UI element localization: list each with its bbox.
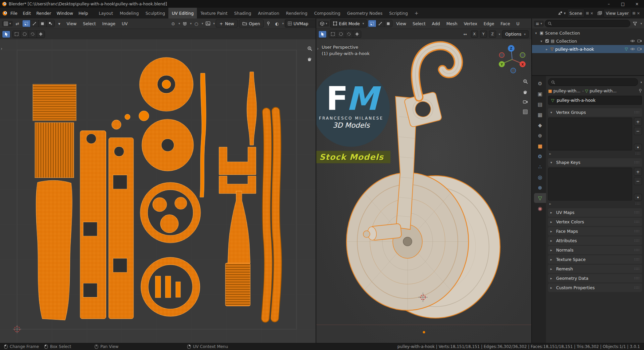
minimize-button[interactable]: – [602,0,616,8]
viewport-menu-mesh[interactable]: Mesh [444,20,460,27]
workspace-tab-uv-editing[interactable]: UV Editing [168,8,197,18]
add-vertex-group-button[interactable]: + [634,118,642,126]
select-mode-edge-button[interactable] [376,20,384,27]
open-image-button[interactable]: Open [239,19,264,28]
vertex-group-specials-button[interactable]: ▾ [634,144,642,150]
uv-canvas[interactable]: › [0,39,316,343]
viewport-select-box-button[interactable] [329,31,337,38]
uv-menu-view[interactable]: View [64,20,79,27]
viewport-canvas[interactable]: Z X Y User Perspective (1) pulley-with-a… [316,39,531,343]
camera-icon[interactable] [637,47,642,51]
eye-icon[interactable] [630,39,635,43]
panel-grip-icon[interactable]: ∷∷ [634,210,640,215]
viewport-cursor-tool-button[interactable] [353,31,361,38]
eye-icon[interactable] [630,47,635,51]
view-layer-selector[interactable]: View Layer [603,9,631,17]
mesh-name-field[interactable]: ▽ pulley-with-a-hook [548,96,642,105]
viewport-menu-view[interactable]: View [393,20,409,27]
camera-icon[interactable] [637,39,642,43]
workspace-tab-texture-paint[interactable]: Texture Paint [197,8,231,18]
workspace-tab-animation[interactable]: Animation [255,8,283,18]
mirror-icon[interactable]: ↔ [462,31,469,38]
workspace-tab-geometry-nodes[interactable]: Geometry Nodes [344,8,386,18]
panel-face-maps[interactable]: ▸ Face Maps ∷∷ [548,227,642,235]
display-channels-icon[interactable]: ◐ [273,20,280,27]
outliner-row-scene-collection[interactable]: ▾ ▣ Scene Collection [532,29,644,37]
viewport-menu-vertex[interactable]: Vertex [461,20,480,27]
panel-grip-icon[interactable]: ∷∷ [634,257,640,262]
menu-file[interactable]: File [8,9,20,17]
panel-grip-icon[interactable]: ∷∷ [634,248,640,252]
pin-icon[interactable] [265,20,272,27]
viewport-camera-icon[interactable] [523,100,528,104]
workspace-tab-scripting[interactable]: Scripting [386,8,411,18]
viewport-menu-uv[interactable]: U [514,20,522,27]
menu-window[interactable]: Window [54,9,76,17]
uv-map-selector[interactable]: UVMap [285,19,316,28]
select-mode-face-button[interactable] [384,20,392,27]
panel-grip-icon[interactable]: ∷∷ [634,267,640,271]
scene-browse-caret-icon[interactable]: ▾ [564,11,566,15]
uv-sync-selection-icon[interactable]: ⇄ [14,20,21,27]
uv-select-island-button[interactable] [47,20,54,27]
properties-tab-tool[interactable]: ⚙ [534,79,546,88]
panel-attributes[interactable]: ▸ Attributes ∷∷ [548,236,642,245]
menu-help[interactable]: Help [76,9,91,17]
properties-filter-caret-icon[interactable]: ▾ [640,81,642,84]
viewport-zoom-icon[interactable] [523,79,528,84]
uv-select-face-button[interactable] [39,20,47,27]
properties-tab-material[interactable]: ◉ [534,204,546,213]
remove-vertex-group-button[interactable]: − [634,127,642,135]
add-shape-key-button[interactable]: + [634,168,642,176]
panel-grip-icon[interactable]: ∷∷ [634,286,640,290]
uv-pivot-icon[interactable]: ⊙ [169,20,177,27]
properties-tab-render[interactable]: ▣ [534,89,546,99]
uv-select-circle-button[interactable] [21,31,29,38]
panel-vertex-colors[interactable]: ▸ Vertex Colors ∷∷ [548,218,642,226]
outliner-filter-icon[interactable] [631,20,639,27]
disclosure-icon[interactable]: ▾ [539,39,543,43]
disclosure-icon[interactable]: ▾ [534,31,538,35]
new-scene-icon[interactable]: ⊞ [586,11,589,15]
options-dropdown[interactable]: Options ▾ [502,30,529,38]
viewport-tweak-tool-button[interactable] [319,31,326,38]
select-mode-vertex-button[interactable] [368,20,376,27]
properties-tab-physics[interactable]: ◎ [534,172,546,182]
scene-selector[interactable]: Scene [567,9,585,17]
menu-render[interactable]: Render [34,9,54,17]
vertex-groups-list[interactable] [548,118,632,150]
uv-cursor-tool-button[interactable] [37,31,45,38]
properties-tab-object-data[interactable]: ▽ [534,193,546,203]
uv-menu-uv[interactable]: UV [119,20,130,27]
panel-grip-icon[interactable]: ∷∷ [634,276,640,280]
outliner-row-collection[interactable]: ▾ ▤ Collection [532,37,644,45]
uv-select-edge-button[interactable] [31,20,39,27]
blender-menu-icon[interactable] [2,10,8,16]
properties-tab-view-layer[interactable]: ▦ [534,110,546,120]
snap-magnet-icon[interactable] [181,20,189,27]
uv-sticky-mode-caret-icon[interactable]: ▾ [56,20,63,27]
viewport-toolbar-expand-icon[interactable]: › [317,46,319,51]
maximize-button[interactable]: □ [616,0,630,8]
viewport-select-circle-button[interactable] [337,31,345,38]
viewport-menu-select[interactable]: Select [410,20,428,27]
mirror-y-button[interactable]: Y [480,31,487,38]
breadcrumb-object-label[interactable]: pulley-with... [553,88,581,93]
panel-grip-icon[interactable]: ∷∷ [634,160,640,165]
uv-tweak-tool-button[interactable] [2,31,10,38]
panel-normals[interactable]: ▸ Normals ∷∷ [548,246,642,254]
uv-select-vertex-button[interactable] [22,20,31,27]
image-icon[interactable] [204,20,212,27]
panel-geometry-data[interactable]: ▸ Geometry Data ∷∷ [548,274,642,282]
properties-tab-scene[interactable]: ◆ [534,120,546,130]
workspace-tab-layout[interactable]: Layout [95,8,116,18]
collection-checkbox[interactable] [545,39,549,43]
workspace-tab-compositing[interactable]: Compositing [311,8,343,18]
close-button[interactable]: × [630,0,644,8]
viewport-ortho-grid-icon[interactable] [523,110,528,114]
properties-tab-constraints[interactable]: ⊗ [534,183,546,192]
add-workspace-button[interactable]: + [411,8,422,18]
chevron-right-icon[interactable]: ▸ [549,202,551,206]
properties-tab-modifiers[interactable]: ⚙ [534,151,546,161]
panel-remesh[interactable]: ▸ Remesh ∷∷ [548,265,642,273]
